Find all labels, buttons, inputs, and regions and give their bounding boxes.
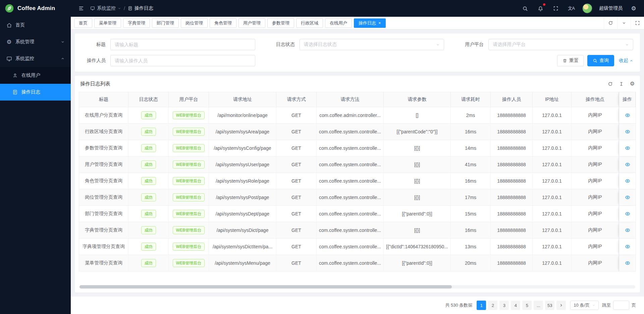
logo-leaf-icon xyxy=(5,4,14,13)
tab[interactable]: 行政区域 × xyxy=(296,18,323,28)
page-ellipsis[interactable]: ... xyxy=(534,301,543,310)
cell-handler: com.coffee.system.controlle... xyxy=(317,173,384,189)
table-card-header: 操作日志列表 ⚙ xyxy=(79,76,636,92)
language-translate-icon[interactable]: 文A xyxy=(567,4,576,13)
view-detail-eye-button[interactable] xyxy=(625,260,630,266)
title-input[interactable] xyxy=(110,39,255,50)
jump-unit: 页 xyxy=(632,302,636,308)
tab[interactable]: 字典管理 × xyxy=(123,18,150,28)
column-header: 操作人员 xyxy=(491,92,533,107)
cell-duration: 16ms xyxy=(451,173,491,189)
chevron-down-icon xyxy=(625,43,629,47)
view-detail-eye-button[interactable] xyxy=(625,228,630,233)
view-detail-eye-button[interactable] xyxy=(625,211,630,216)
jump-page-input[interactable] xyxy=(613,301,629,310)
topbar: 系统监控 / 操作日志 文A 超级管理 xyxy=(71,0,644,17)
horizontal-scrollbar-track xyxy=(79,285,635,289)
tabs-menu-chevron-down-icon[interactable] xyxy=(617,17,631,29)
sidebar-item-home[interactable]: 首页 xyxy=(0,17,71,34)
page-button[interactable]: 2 xyxy=(488,301,497,310)
cell-duration: 14ms xyxy=(451,140,491,156)
status-tag: 成功 xyxy=(141,210,156,218)
tab[interactable]: 角色管理 × xyxy=(210,18,236,28)
cell-duration: 16ms xyxy=(451,222,491,239)
column-header: 操作 xyxy=(619,92,636,107)
sidebar-item-operation-log[interactable]: 操作日志 xyxy=(0,84,71,101)
cell-operator: 18888888888 xyxy=(491,255,533,271)
page-size-select[interactable]: 10 条/页 xyxy=(570,301,599,310)
cell-operator: 18888888888 xyxy=(491,189,533,206)
notification-bell-icon[interactable] xyxy=(536,4,545,13)
status-tag: 成功 xyxy=(141,111,156,119)
status-tag: 成功 xyxy=(141,177,156,185)
view-detail-eye-button[interactable] xyxy=(625,145,630,151)
view-detail-eye-button[interactable] xyxy=(625,162,630,167)
fullscreen-icon[interactable] xyxy=(551,4,560,13)
search-icon[interactable] xyxy=(521,4,529,13)
cell-action xyxy=(619,107,636,124)
cell-request-url: /api/system/sysConfig/page xyxy=(209,140,276,156)
page-button[interactable]: 1 xyxy=(477,301,486,310)
search-button[interactable]: 查询 xyxy=(587,55,614,66)
view-detail-eye-button[interactable] xyxy=(625,195,630,200)
column-header: 日志状态 xyxy=(128,92,169,107)
breadcrumb-system-monitor[interactable]: 系统监控 xyxy=(90,5,121,11)
tab[interactable]: 岗位管理 × xyxy=(181,18,208,28)
collapse-label: 收起 xyxy=(619,58,628,64)
table-settings-gear-icon[interactable]: ⚙ xyxy=(630,81,635,86)
tabs-refresh-icon[interactable] xyxy=(604,17,617,29)
tab[interactable]: 在线用户 × xyxy=(325,18,352,28)
search-label: 查询 xyxy=(599,58,609,64)
chevron-up-icon xyxy=(630,59,633,63)
sidebar-item-online-users[interactable]: 在线用户 xyxy=(0,67,71,84)
operator-input[interactable] xyxy=(110,55,255,66)
page-button[interactable]: 53 xyxy=(545,301,554,310)
page-button[interactable]: 5 xyxy=(522,301,532,310)
page-button[interactable]: 3 xyxy=(499,301,509,310)
horizontal-scrollbar-thumb[interactable] xyxy=(79,285,452,289)
cell-action xyxy=(619,206,636,222)
cell-location: 内网IP xyxy=(572,107,619,124)
sidebar-item-system-monitor[interactable]: 系统监控 xyxy=(0,50,71,67)
tab[interactable]: 首页 × xyxy=(74,18,92,28)
tab-list: 首页 × 菜单管理 × 字典管理 × 部门管理 × 岗位管理 × 角色管理 × … xyxy=(71,18,604,28)
platform-select[interactable]: 请选择用户平台 xyxy=(488,39,633,50)
settings-gear-icon[interactable]: ⚙ xyxy=(629,4,638,13)
next-page-button[interactable] xyxy=(556,301,566,310)
status-select-placeholder: 请选择日志状态 xyxy=(304,42,337,48)
cell-action xyxy=(619,124,636,140)
table-refresh-icon[interactable] xyxy=(608,81,613,86)
status-select[interactable]: 请选择日志状态 xyxy=(300,39,444,50)
cell-request-url: /api/monitor/online/page xyxy=(209,107,276,124)
page-button[interactable]: 4 xyxy=(511,301,520,310)
tab-label: 首页 xyxy=(79,20,88,26)
tab[interactable]: 用户管理 × xyxy=(238,18,265,28)
tab-label: 岗位管理 xyxy=(185,20,203,26)
view-detail-eye-button[interactable] xyxy=(625,129,630,134)
tab[interactable]: 参数管理 × xyxy=(267,18,294,28)
tab-label: 角色管理 xyxy=(214,20,232,26)
cell-ip: 127.0.0.1 xyxy=(533,255,572,271)
tab[interactable]: 部门管理 × xyxy=(152,18,179,28)
cell-status: 成功 xyxy=(128,156,169,173)
sidebar-collapse-button[interactable] xyxy=(77,4,86,13)
document-icon xyxy=(128,6,132,11)
view-detail-eye-button[interactable] xyxy=(625,244,630,249)
view-detail-eye-button[interactable] xyxy=(625,178,630,184)
sidebar: Coffee Admin 首页 ⚙ 系统管理 系统监控 xyxy=(0,0,71,314)
tab-close-icon[interactable]: × xyxy=(378,21,381,25)
cell-ip: 127.0.0.1 xyxy=(533,206,572,222)
collapse-toggle[interactable]: 收起 xyxy=(619,58,633,64)
sidebar-item-system-management[interactable]: ⚙ 系统管理 xyxy=(0,34,71,50)
tab[interactable]: 菜单管理 × xyxy=(94,18,121,28)
reset-button[interactable]: 重置 xyxy=(557,55,584,66)
filter-field-platform: 用户平台 请选择用户平台 xyxy=(460,39,633,50)
cell-operator: 18888888888 xyxy=(491,173,533,189)
content-fullscreen-icon[interactable] xyxy=(631,17,644,29)
cell-status: 成功 xyxy=(128,206,169,222)
view-detail-eye-button[interactable] xyxy=(625,113,630,118)
tab[interactable]: 操作日志 × xyxy=(354,18,386,28)
table-card: 操作日志列表 ⚙ 标题日志状态用户平台请求地址请求方式请求方法请求参数请求耗时操… xyxy=(75,76,640,293)
table-density-icon[interactable] xyxy=(619,81,624,86)
user-avatar[interactable] xyxy=(582,3,592,13)
